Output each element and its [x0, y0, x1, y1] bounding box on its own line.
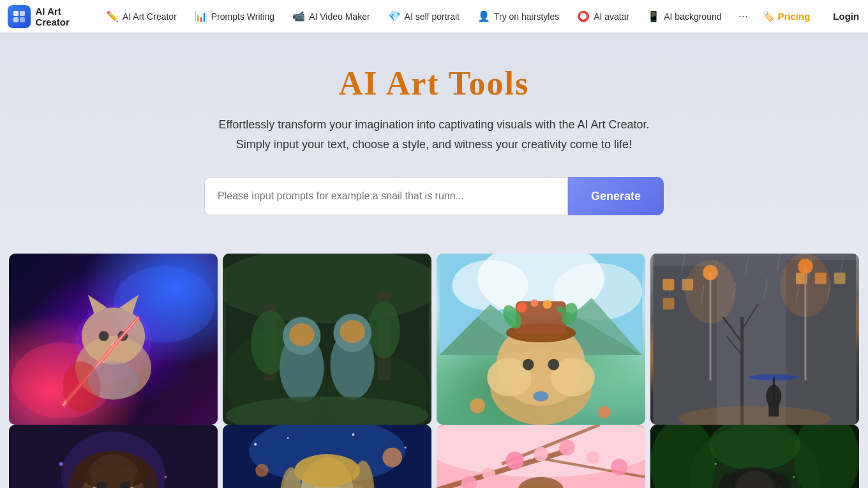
svg-point-160 — [793, 477, 795, 478]
gallery-row2 — [0, 425, 868, 488]
nav-label-try-on-hairstyles: Try on hairstyles — [494, 11, 559, 22]
svg-rect-61 — [663, 279, 675, 291]
svg-point-147 — [794, 425, 859, 488]
gallery-image-dark-forest — [650, 425, 859, 488]
gallery-image-hamster — [437, 254, 645, 425]
svg-rect-63 — [663, 298, 675, 310]
generate-label: Generate — [591, 190, 641, 202]
nav-label-ai-background: AI background — [664, 11, 721, 22]
svg-point-29 — [289, 323, 315, 346]
svg-point-121 — [287, 437, 289, 439]
pencil-icon: ✏️ — [106, 10, 119, 22]
svg-point-51 — [542, 300, 551, 309]
login-button[interactable]: Login — [821, 7, 868, 26]
svg-rect-66 — [834, 273, 846, 284]
svg-point-105 — [164, 476, 167, 478]
chart-icon: 📊 — [195, 10, 207, 22]
gallery-item-cat-lightsaber[interactable] — [9, 254, 218, 425]
login-label: Login — [833, 11, 859, 22]
svg-rect-1 — [20, 11, 25, 16]
generate-button[interactable]: Generate — [568, 177, 664, 215]
tag-icon: 🏷️ — [763, 11, 775, 22]
nav-right: 🏷️ Pricing Login 🌐 — [756, 7, 869, 26]
svg-point-57 — [534, 392, 549, 402]
svg-point-56 — [598, 406, 611, 419]
svg-point-49 — [517, 303, 527, 313]
hero-section: AI Art Tools Effortlessly transform your… — [0, 33, 868, 241]
svg-point-118 — [382, 448, 402, 468]
svg-point-45 — [548, 359, 559, 370]
svg-point-135 — [611, 459, 628, 476]
more-icon: ··· — [738, 10, 748, 23]
gallery-image-street — [650, 254, 859, 425]
nav-label-prompts-writing: Prompts Writing — [211, 11, 274, 22]
nav-item-ai-background[interactable]: 📱 AI background — [638, 0, 730, 33]
svg-point-44 — [523, 359, 534, 370]
nav-label-ai-avatar: AI avatar — [594, 11, 629, 22]
svg-point-146 — [650, 425, 715, 488]
circle-icon: ⭕ — [577, 10, 590, 22]
nav-item-ai-video-maker[interactable]: 📹 AI Video Maker — [283, 0, 378, 33]
nav-item-prompts-writing[interactable]: 📊 Prompts Writing — [186, 0, 283, 33]
gallery-item-dark-forest[interactable] — [650, 425, 859, 488]
logo-text: AI Art Creator — [36, 6, 97, 27]
diamond-icon: 💎 — [388, 10, 401, 22]
hero-subtitle: Effortlessly transform your imagination … — [172, 115, 696, 154]
phone-icon: 📱 — [647, 10, 660, 22]
person-icon: 👤 — [477, 10, 490, 22]
nav-item-ai-art-creator[interactable]: ✏️ AI Art Creator — [97, 0, 186, 33]
svg-point-133 — [559, 440, 575, 456]
nav-item-ai-avatar[interactable]: ⭕ AI avatar — [568, 0, 638, 33]
svg-point-20 — [223, 254, 431, 323]
hero-title: AI Art Tools — [13, 65, 855, 102]
gallery-item-cherry-blossom[interactable] — [437, 425, 645, 488]
gallery-item-fantasy-woman[interactable] — [9, 425, 218, 488]
svg-point-8 — [82, 308, 145, 365]
svg-point-123 — [405, 447, 407, 449]
svg-point-159 — [715, 463, 717, 465]
svg-point-55 — [470, 399, 485, 414]
gallery-item-astronauts-ruins[interactable] — [223, 254, 431, 425]
more-menu-button[interactable]: ··· — [731, 0, 756, 33]
svg-rect-0 — [13, 11, 19, 16]
svg-rect-2 — [13, 17, 19, 22]
svg-point-32 — [340, 320, 365, 343]
gallery-item-rainy-street[interactable] — [650, 254, 859, 425]
pricing-button[interactable]: 🏷️ Pricing — [756, 11, 817, 22]
svg-point-52 — [557, 307, 563, 313]
hero-subtitle-line2: Simply input your text, choose a style, … — [236, 138, 632, 151]
svg-point-11 — [99, 331, 109, 341]
svg-point-69 — [685, 260, 735, 323]
svg-point-132 — [534, 447, 548, 461]
svg-point-131 — [505, 452, 524, 470]
gallery-item-blue-fantasy[interactable] — [223, 425, 431, 488]
nav-item-try-on-hairstyles[interactable]: 👤 Try on hairstyles — [468, 0, 568, 33]
gallery-image-cherry-blossom — [437, 425, 645, 488]
logo-icon — [8, 5, 31, 28]
hero-subtitle-line1: Effortlessly transform your imagination … — [219, 118, 650, 131]
svg-point-119 — [255, 464, 268, 477]
video-icon: 📹 — [292, 10, 305, 22]
nav-items: ✏️ AI Art Creator 📊 Prompts Writing 📹 AI… — [97, 0, 756, 33]
gallery-image-fantasy-woman — [9, 425, 218, 488]
svg-point-72 — [780, 254, 830, 317]
svg-point-120 — [254, 443, 257, 446]
nav-label-ai-self-portrait: AI self portrait — [405, 11, 460, 22]
pricing-label: Pricing — [778, 11, 811, 22]
gallery-image-astronauts — [223, 254, 431, 425]
svg-point-122 — [352, 434, 354, 436]
logo[interactable]: AI Art Creator — [8, 5, 97, 28]
svg-point-104 — [59, 462, 63, 466]
svg-point-26 — [368, 301, 400, 358]
navbar: AI Art Creator ✏️ AI Art Creator 📊 Promp… — [0, 0, 868, 33]
gallery-image-blue-fantasy — [223, 425, 431, 488]
gallery-item-hamster-hat[interactable] — [437, 254, 645, 425]
svg-point-134 — [587, 451, 599, 464]
prompt-input[interactable] — [204, 177, 568, 215]
nav-label-ai-art-creator: AI Art Creator — [123, 11, 177, 22]
hero-input-row: Generate — [204, 177, 664, 215]
gallery-image-cat — [9, 254, 218, 425]
gallery-row1 — [0, 241, 868, 425]
svg-point-130 — [483, 468, 495, 480]
nav-item-ai-self-portrait[interactable]: 💎 AI self portrait — [379, 0, 468, 33]
